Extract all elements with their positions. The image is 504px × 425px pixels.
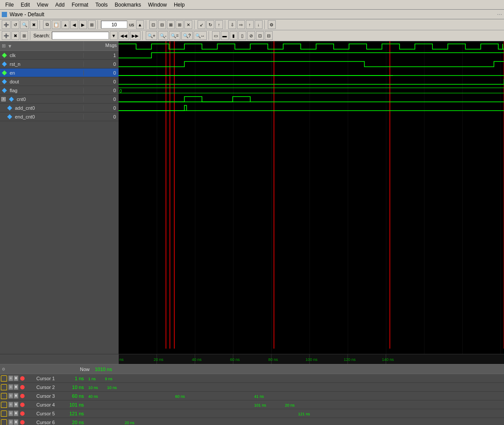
cursor6-btn-b[interactable]: ✖: [14, 419, 18, 425]
signal-row-cnt0[interactable]: + cnt0 0: [0, 95, 119, 104]
signal-row-flag[interactable]: flag 0: [0, 86, 119, 95]
signal-row-end-cnt0[interactable]: end_cnt0 0: [0, 112, 119, 121]
panel-menu-icon[interactable]: ⊞: [2, 43, 6, 49]
sep1: [40, 20, 41, 29]
cursor1-lock[interactable]: [1, 375, 7, 382]
menu-add[interactable]: Add: [52, 1, 68, 9]
wave-type6[interactable]: ⊡: [256, 31, 264, 40]
tb-mark4[interactable]: ↓: [255, 20, 263, 29]
tb-cursor2[interactable]: ↻: [206, 20, 214, 29]
zoom-fit[interactable]: 🔍=: [169, 31, 180, 40]
signal-row-en[interactable]: en 0: [0, 68, 119, 77]
tb-expand[interactable]: ⊞: [88, 20, 96, 29]
menu-bookmarks[interactable]: Bookmarks: [111, 1, 144, 9]
cursor5-lock[interactable]: [1, 411, 7, 417]
cursor6-name: Cursor 6: [26, 420, 57, 425]
search-prev[interactable]: ◀◀: [119, 31, 129, 40]
wave-icon: [2, 12, 7, 17]
tb-cursor3[interactable]: ↑: [215, 20, 223, 29]
wave-type2[interactable]: ▬: [221, 31, 229, 40]
menu-tools[interactable]: Tools: [92, 1, 111, 9]
cnt0-expand[interactable]: +: [1, 97, 6, 101]
tb-settings[interactable]: ⚙: [268, 20, 276, 29]
wave-type7[interactable]: ⊟: [265, 31, 273, 40]
menu-help[interactable]: Help: [170, 1, 188, 9]
tb-left[interactable]: ◀: [70, 20, 78, 29]
tb-mark2[interactable]: ⇨: [237, 20, 245, 29]
cursor5-btn-a[interactable]: ≡: [8, 411, 13, 416]
wave-type3[interactable]: ▮: [230, 31, 238, 40]
signal-row-rst-n[interactable]: rst_n 0: [0, 60, 119, 68]
add-cnt0-value: 0: [83, 105, 119, 111]
cursor2-btn-a[interactable]: ≡: [8, 384, 13, 390]
svg-text:20 ns: 20 ns: [154, 357, 164, 362]
cursor6-lock[interactable]: [1, 419, 7, 425]
cursor6-btn-a[interactable]: ≡: [8, 419, 13, 425]
signal-col-name: ⊞ ▼: [0, 41, 83, 50]
tb-zoom-fit5[interactable]: ✕: [184, 20, 192, 29]
zoom-custom[interactable]: 🔍?: [181, 31, 193, 40]
cursor1-btn-a[interactable]: ≡: [8, 375, 13, 381]
menu-window[interactable]: Window: [144, 1, 170, 9]
wave-type1[interactable]: ▭: [212, 31, 220, 40]
zoom-all[interactable]: 🔍↔: [194, 31, 207, 40]
zoom-out[interactable]: 🔍-: [158, 31, 168, 40]
cursor5-btn-b[interactable]: ✖: [14, 411, 18, 416]
cursor2-btn-b[interactable]: ✖: [14, 384, 18, 390]
tb2-hier[interactable]: ⊞: [20, 31, 28, 40]
signal-row-clk[interactable]: clk 1: [0, 51, 119, 60]
cursor4-btn-b[interactable]: ✖: [14, 402, 18, 407]
cursor3-btn-a[interactable]: ≡: [8, 393, 13, 399]
search-label: Search:: [33, 33, 50, 38]
cursor4-lock[interactable]: [1, 402, 7, 408]
cursor6-wave-svg: 20 ns: [87, 418, 504, 425]
cursor4-btns: ≡ ✖: [8, 402, 18, 407]
sep6: [264, 20, 266, 29]
tb-mark1[interactable]: ⇩: [228, 20, 236, 29]
tb-zoom-fit2[interactable]: ⊟: [158, 20, 166, 29]
timeline-svg: ns 20 ns 40 ns 60 ns 80 ns 100 ns 120 ns…: [119, 354, 504, 364]
tb-delete[interactable]: ✖: [30, 20, 38, 29]
wave-area[interactable]: 0 1: [119, 41, 504, 354]
tb-reload[interactable]: ↺: [11, 20, 19, 29]
menu-edit[interactable]: Edit: [17, 1, 33, 9]
cursor2-lock[interactable]: [1, 384, 7, 390]
wave-type5[interactable]: ⊘: [247, 31, 255, 40]
search-dropdown-btn[interactable]: ▼: [110, 31, 118, 40]
svg-text:40 ns: 40 ns: [88, 394, 98, 399]
tb-time-up[interactable]: ▲: [136, 20, 144, 29]
menu-file[interactable]: File: [2, 1, 17, 9]
time-value-input[interactable]: [101, 21, 127, 29]
tb-cursor1[interactable]: ↙: [198, 20, 205, 29]
cursor3-wave: 40 ns 60 ns 41 ns: [87, 392, 504, 400]
tb-copy[interactable]: ⧉: [43, 20, 51, 29]
cursor3-btn-b[interactable]: ✖: [14, 393, 18, 399]
tb-paste[interactable]: 📋: [52, 20, 61, 29]
tb-zoom-fit3[interactable]: ⊠: [167, 20, 175, 29]
flag-value: 0: [83, 88, 119, 93]
tb-add-sig[interactable]: ➕: [2, 20, 11, 29]
en-value: 0: [83, 70, 119, 76]
tb-zoom-fit1[interactable]: ⊡: [149, 20, 157, 29]
cursor4-btn-a[interactable]: ≡: [8, 402, 13, 407]
cursor3-lock[interactable]: [1, 393, 7, 399]
search-next[interactable]: ▶▶: [130, 31, 140, 40]
cursor1-btn-b[interactable]: ✖: [14, 375, 18, 381]
tb2-sub[interactable]: ✖: [11, 31, 19, 40]
menu-format[interactable]: Format: [68, 1, 92, 9]
tb-mark3[interactable]: ↑: [246, 20, 254, 29]
tb2-add[interactable]: ➕: [2, 31, 11, 40]
signal-row-add-cnt0[interactable]: add_cnt0 0: [0, 104, 119, 112]
search-input[interactable]: [52, 32, 109, 40]
tb-right[interactable]: ▶: [79, 20, 87, 29]
zoom-in[interactable]: 🔍+: [146, 31, 157, 40]
resize-handle[interactable]: ⋯: [497, 11, 502, 18]
tb-up[interactable]: ▲: [61, 20, 69, 29]
wave-type4[interactable]: ▯: [238, 31, 246, 40]
timeline-bar: ns 20 ns 40 ns 60 ns 80 ns 100 ns 120 ns…: [119, 354, 504, 364]
tb-search-sig[interactable]: 🔍: [20, 20, 29, 29]
tb-zoom-fit4[interactable]: ⊞: [176, 20, 184, 29]
signal-row-dout[interactable]: dout 0: [0, 77, 119, 86]
svg-text:41 ns: 41 ns: [254, 394, 264, 399]
menu-view[interactable]: View: [33, 1, 52, 9]
